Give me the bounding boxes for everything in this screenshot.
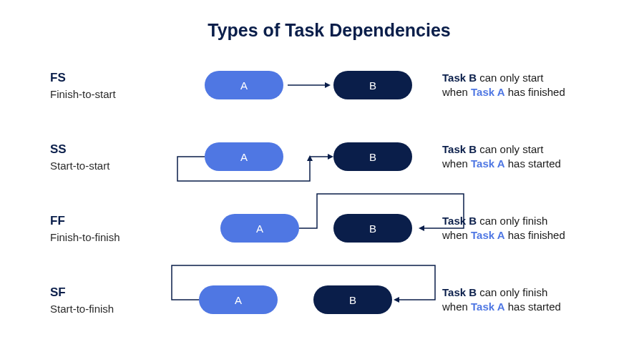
desc-when-ff: when <box>442 229 471 241</box>
label-col-ff: FF Finish-to-finish <box>50 214 163 243</box>
desc-mid-fs: can only start <box>477 72 543 84</box>
row-ff: FF Finish-to-finish A B Task B can only … <box>50 211 608 245</box>
diagram-ff: A B <box>177 211 428 245</box>
desc-taska-sf: Task A <box>471 300 505 313</box>
desc-sf: Task B can only finishwhen Task A has st… <box>442 285 608 315</box>
row-ss: SS Start-to-start A B Task B can only st… <box>50 140 608 174</box>
pill-a-ff: A <box>220 214 299 243</box>
label-col-ss: SS Start-to-start <box>50 142 163 172</box>
label-col-sf: SF Start-to-finish <box>50 285 163 315</box>
page-title: Types of Task Dependencies <box>50 20 608 41</box>
desc-ff: Task B can only finishwhen Task A has fi… <box>442 214 608 243</box>
diagram-sf: A B <box>177 283 428 317</box>
pill-b-fs: B <box>333 71 412 99</box>
desc-when-sf: when <box>442 300 471 313</box>
desc-taska-ss: Task A <box>471 157 505 170</box>
row-fs: FS Finish-to-start A B Task B can only s… <box>50 68 608 102</box>
pill-a-ss: A <box>205 142 283 171</box>
diagram-ss: A B <box>177 140 428 174</box>
desc-mid-sf: can only finish <box>477 286 547 298</box>
dependency-rows: FS Finish-to-start A B Task B can only s… <box>50 68 608 317</box>
row-sf: SF Start-to-finish A B Task B can only f… <box>50 283 608 317</box>
desc-tail-ff: has finished <box>505 229 565 241</box>
desc-taskb-ss: Task B <box>442 143 477 155</box>
fullname-sf: Start-to-finish <box>50 303 163 315</box>
label-col-fs: FS Finish-to-start <box>50 71 163 100</box>
abbr-fs: FS <box>50 71 163 85</box>
desc-taska-ff: Task A <box>471 229 505 241</box>
abbr-ss: SS <box>50 142 163 157</box>
svg-marker-1 <box>325 82 331 88</box>
arrow-fs <box>283 81 333 89</box>
desc-fs: Task B can only startwhen Task A has fin… <box>442 71 608 100</box>
desc-when-fs: when <box>442 86 471 98</box>
abbr-sf: SF <box>50 285 163 300</box>
pill-a-fs: A <box>205 71 283 99</box>
pill-b-ff: B <box>333 214 412 243</box>
desc-taskb-fs: Task B <box>442 72 477 84</box>
pill-b-sf: B <box>313 285 392 314</box>
abbr-ff: FF <box>50 214 163 228</box>
desc-ss: Task B can only startwhen Task A has sta… <box>442 142 608 172</box>
desc-tail-fs: has finished <box>505 86 565 98</box>
diagram-fs: A B <box>177 68 428 102</box>
desc-when-ss: when <box>442 157 471 170</box>
fullname-ss: Start-to-start <box>50 160 163 172</box>
svg-marker-5 <box>419 225 424 231</box>
pill-b-ss: B <box>333 142 412 171</box>
desc-tail-sf: has started <box>505 300 561 313</box>
svg-marker-6 <box>394 297 399 303</box>
fullname-ff: Finish-to-finish <box>50 231 163 243</box>
desc-mid-ss: can only start <box>477 143 543 155</box>
desc-mid-ff: can only finish <box>477 215 547 227</box>
desc-tail-ss: has started <box>505 157 561 170</box>
fullname-fs: Finish-to-start <box>50 88 163 100</box>
pill-a-sf: A <box>199 285 278 314</box>
svg-marker-3 <box>328 154 333 160</box>
svg-marker-4 <box>307 155 313 161</box>
desc-taska-fs: Task A <box>471 86 505 98</box>
desc-taskb-ff: Task B <box>442 215 477 227</box>
desc-taskb-sf: Task B <box>442 286 477 298</box>
